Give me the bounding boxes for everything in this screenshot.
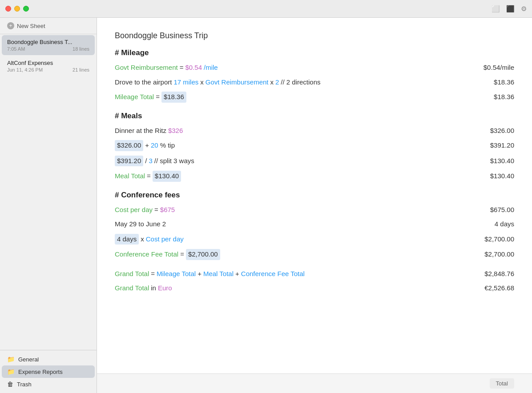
titlebar: ⬜ ⬛ ⚙ [0, 0, 532, 18]
value-326-hl: $326.00 [115, 140, 143, 151]
heading-text: Mileage [121, 48, 149, 57]
value-17miles: 17 miles [173, 77, 198, 88]
value-3: 3 [149, 156, 152, 166]
row-left: Dinner at the Ritz $326 [115, 126, 443, 136]
row-right: 4 days [443, 219, 514, 229]
conference-heading: # Conference fees [115, 191, 514, 200]
mileage-total-row: Mileage Total = $18.36 $18.36 [115, 92, 514, 103]
text-plus: + [145, 140, 149, 151]
value-meal-total: $130.40 [153, 171, 181, 182]
row-left: $326.00 + 20 % tip [115, 140, 443, 151]
row-right: $0.54/mile [443, 63, 514, 73]
minimize-button[interactable] [14, 6, 20, 12]
per-mile: /mile [204, 63, 218, 73]
new-sheet-button[interactable]: + New Sheet [0, 18, 97, 34]
text-x2: x [270, 77, 274, 88]
text-x1: x [200, 77, 204, 88]
window-icon[interactable]: ⬜ [492, 5, 500, 13]
row-right: $391.20 [443, 140, 514, 151]
sheet-item-boondoggle[interactable]: Boondoggle Business T... 7:05 AM 18 line… [2, 35, 95, 55]
plus-icon: + [7, 22, 14, 29]
value-054: $0.54 [185, 63, 202, 73]
text-drove: Drove to the airport [115, 77, 172, 88]
content-area: Boondoggle Business Trip # Mileage Govt … [97, 18, 532, 393]
equals-sign: = [180, 63, 184, 73]
value-675: $675 [160, 205, 175, 215]
text-div: / [145, 156, 147, 166]
new-sheet-label: New Sheet [17, 23, 45, 29]
text-split: // split 3 ways [154, 156, 194, 166]
text-plus2: + [235, 269, 239, 279]
row-left: Mileage Total = $18.36 [115, 92, 443, 103]
sheet-lines: 21 lines [73, 67, 89, 72]
sheet-time: 7:05 AM [7, 46, 25, 52]
ref-cost-per-day: Cost per day [146, 234, 184, 245]
row-left: Grand Total in Euro [115, 283, 443, 293]
value-2: 2 [275, 77, 279, 88]
drove-airport-row: Drove to the airport 17 miles x Govt Rei… [115, 77, 514, 88]
sidebar-footer-label: Expense Reports [18, 369, 63, 375]
maximize-button[interactable] [23, 6, 29, 12]
row-left: Drove to the airport 17 miles x Govt Rei… [115, 77, 443, 88]
ref-meal-total: Meal Total [203, 269, 234, 279]
grand-total-section: Grand Total = Mileage Total + Meal Total… [115, 269, 514, 293]
heading-text: Conference fees [121, 191, 180, 199]
equals-sign: = [151, 269, 155, 279]
value-391-hl: $391.20 [115, 156, 143, 167]
heading-hash: # [115, 48, 121, 57]
sidebar-item-general[interactable]: 📁 General [2, 353, 95, 365]
row-right: $326.00 [443, 126, 514, 136]
row-right: $675.00 [443, 205, 514, 215]
document-body: Boondoggle Business Trip # Mileage Govt … [97, 18, 532, 373]
var-grand-total-euro: Grand Total [115, 283, 149, 293]
heading-hash: # [115, 112, 121, 120]
row-left: Conference Fee Total = $2,700.00 [115, 249, 443, 260]
var-meal-total: Meal Total [115, 171, 145, 181]
sidebar-footer: 📁 General 📁 Expense Reports 🗑 Trash [0, 350, 97, 393]
columns-icon[interactable]: ⬛ [506, 5, 515, 13]
equals-sign: = [156, 92, 160, 102]
row-left: 4 days x Cost per day [115, 234, 443, 245]
row-left: Grand Total = Mileage Total + Meal Total… [115, 269, 443, 279]
tip-row: $326.00 + 20 % tip $391.20 [115, 140, 514, 151]
text-date-range: May 29 to June 2 [115, 219, 166, 229]
sidebar-item-expense-reports[interactable]: 📁 Expense Reports [2, 365, 95, 378]
row-left: Cost per day = $675 [115, 205, 443, 215]
sheet-name: Boondoggle Business T... [7, 39, 89, 45]
cost-per-day-row: Cost per day = $675 $675.00 [115, 205, 514, 215]
dinner-row: Dinner at the Ritz $326 $326.00 [115, 126, 514, 136]
sheet-lines: 18 lines [73, 46, 89, 52]
trash-icon: 🗑 [7, 381, 13, 388]
sidebar-item-trash[interactable]: 🗑 Trash [2, 378, 95, 390]
govt-reimbursement-row: Govt Reimbursement = $0.54/mile $0.54/mi… [115, 63, 514, 73]
var-mileage-total: Mileage Total [115, 92, 154, 102]
grand-total-row: Grand Total = Mileage Total + Meal Total… [115, 269, 514, 279]
sidebar-footer-label: General [18, 356, 39, 363]
total-bar: Total [97, 373, 532, 393]
sheet-meta: 7:05 AM 18 lines [7, 46, 89, 52]
app-body: + New Sheet Boondoggle Business T... 7:0… [0, 18, 532, 393]
total-bar-label: Total [490, 378, 514, 389]
sidebar: + New Sheet Boondoggle Business T... 7:0… [0, 18, 97, 393]
meals-section: # Meals Dinner at the Ritz $326 $326.00 … [115, 112, 514, 182]
value-20: 20 [151, 140, 158, 151]
close-button[interactable] [5, 6, 11, 12]
row-left: May 29 to June 2 [115, 219, 443, 229]
traffic-lights [5, 6, 29, 12]
text-dinner: Dinner at the Ritz [115, 126, 166, 136]
value-mileage-total: $18.36 [161, 92, 186, 103]
sheet-item-altconf[interactable]: AltConf Expenses Jun 11, 4:26 PM 21 line… [2, 56, 95, 76]
sheet-name: AltConf Expenses [7, 60, 89, 66]
ref-govt-reimb: Govt Reimbursement [206, 77, 269, 88]
text-plus1: + [197, 269, 202, 279]
titlebar-controls: ⬜ ⬛ ⚙ [492, 5, 527, 13]
row-right: $18.36 [443, 77, 514, 88]
row-right: $18.36 [443, 92, 514, 102]
row-left: $391.20 / 3 // split 3 ways [115, 156, 443, 167]
text-x: x [141, 234, 144, 245]
equals-sign: = [180, 249, 184, 260]
value-4days-hl: 4 days [115, 234, 139, 245]
gear-icon[interactable]: ⚙ [521, 5, 527, 13]
value-conf-total: $2,700.00 [186, 249, 220, 260]
row-right: $130.40 [443, 156, 514, 166]
